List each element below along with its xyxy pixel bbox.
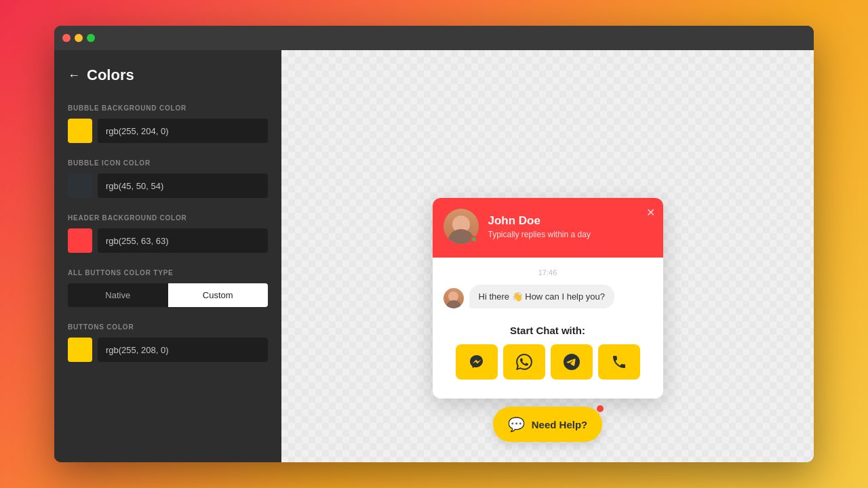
left-panel: ← Colors BUBBLE BACKGROUND COLOR BUBBLE … [54,50,281,462]
traffic-lights [62,34,95,42]
header-bg-input[interactable] [98,228,268,253]
bubble-icon-swatch[interactable] [68,174,92,198]
telegram-button[interactable] [551,344,593,380]
avatar-wrap [443,209,479,244]
start-chat-title: Start Chat with: [443,325,652,336]
bubble-chat-icon: 💬 [508,416,525,432]
avatar-body [448,229,475,244]
phone-button[interactable] [598,344,640,380]
header-bg-label: HEADER BACKGROUND COLOR [68,214,268,222]
bubble-icon-row [68,174,268,198]
contact-status: Typically replies within a day [488,230,652,239]
bubble-bg-label: BUBBLE BACKGROUND COLOR [68,104,268,112]
bubble-bg-input[interactable] [98,119,268,143]
chat-timestamp: 17:46 [443,268,652,277]
right-panel: ✕ John Doe Typically replies within a da… [281,50,814,462]
chat-message-row: Hi there 👋 How can I help you? [443,285,652,308]
native-button[interactable]: Native [68,283,168,307]
buttons-color-input[interactable] [98,338,268,362]
buttons-color-label: BUTTONS COLOR [68,323,268,331]
buttons-type-section: ALL BUTTONS COLOR TYPE Native Custom [68,269,268,307]
chat-popup: ✕ John Doe Typically replies within a da… [433,198,663,399]
chat-header: ✕ John Doe Typically replies within a da… [433,198,663,258]
main-content: ← Colors BUBBLE BACKGROUND COLOR BUBBLE … [54,50,814,462]
chat-close-button[interactable]: ✕ [646,206,655,219]
msg-avatar-body [446,300,461,308]
message-avatar [443,288,464,308]
bubble-label: Need Help? [532,419,588,430]
header-bg-row [68,228,268,253]
bubble-bg-section: BUBBLE BACKGROUND COLOR [68,104,268,143]
chat-body: 17:46 Hi there 👋 How can I help you? Sta… [433,258,663,399]
bubble-icon-section: BUBBLE ICON COLOR [68,159,268,198]
header-bg-swatch[interactable] [68,228,92,253]
messenger-button[interactable] [456,344,498,380]
chat-buttons-row [443,344,652,380]
bubble-icon-label: BUBBLE ICON COLOR [68,159,268,167]
app-window: ← Colors BUBBLE BACKGROUND COLOR BUBBLE … [54,26,814,462]
close-dot[interactable] [62,34,71,42]
chat-message-bubble: Hi there 👋 How can I help you? [469,285,615,308]
contact-name: John Doe [488,214,652,228]
chat-header-info: John Doe Typically replies within a day [488,214,652,239]
whatsapp-button[interactable] [503,344,545,380]
bubble-icon-input[interactable] [98,174,268,198]
buttons-type-toggle: Native Custom [68,283,268,307]
page-title: Colors [87,66,134,84]
chat-widget-container: ✕ John Doe Typically replies within a da… [281,198,814,442]
header-bg-section: HEADER BACKGROUND COLOR [68,214,268,253]
bubble-notification-dot [597,405,604,412]
minimize-dot[interactable] [75,34,83,42]
fullscreen-dot[interactable] [87,34,95,42]
back-button[interactable]: ← [68,68,80,83]
buttons-color-row [68,338,268,362]
panel-header: ← Colors [68,66,268,84]
online-status-dot [471,236,477,243]
buttons-color-swatch[interactable] [68,338,92,362]
bubble-bg-row [68,119,268,143]
titlebar [54,26,814,50]
buttons-type-label: ALL BUTTONS COLOR TYPE [68,269,268,277]
custom-button[interactable]: Custom [168,283,269,307]
bubble-bg-swatch[interactable] [68,119,92,143]
start-chat-section: Start Chat with: [443,319,652,388]
chat-bubble-button[interactable]: 💬 Need Help? [493,407,603,442]
buttons-color-section: BUTTONS COLOR [68,323,268,362]
